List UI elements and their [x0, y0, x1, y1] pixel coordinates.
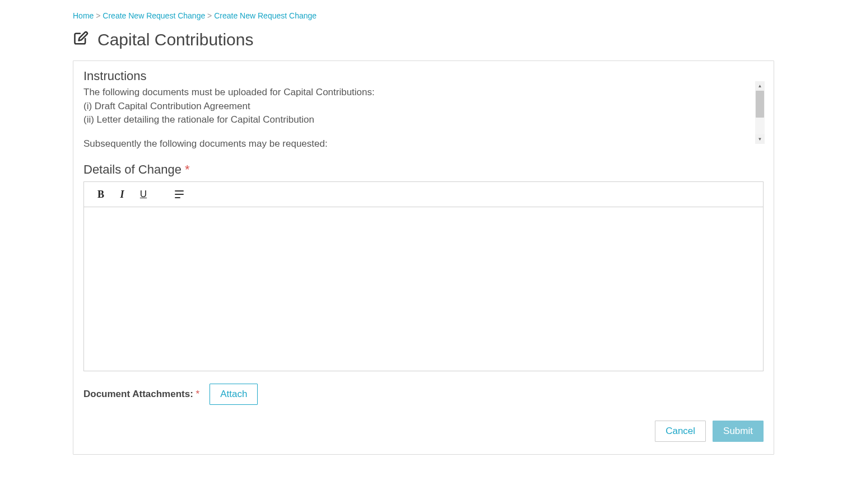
details-of-change-label: Details of Change * [83, 162, 764, 177]
bold-button[interactable]: B [95, 189, 106, 200]
scroll-track[interactable] [755, 91, 765, 134]
breadcrumb-link-create-1[interactable]: Create New Request Change [103, 11, 205, 20]
rich-text-editor: B I U [83, 181, 764, 371]
breadcrumb-separator: > [96, 11, 103, 20]
details-of-change-input[interactable] [84, 207, 763, 371]
cancel-button[interactable]: Cancel [655, 421, 706, 442]
instructions-intro: The following documents must be uploaded… [83, 86, 747, 100]
instructions-heading: Instructions [83, 69, 764, 83]
instructions-followup: Subsequently the following documents may… [83, 137, 747, 151]
breadcrumb-link-home[interactable]: Home [73, 11, 94, 20]
edit-square-icon [73, 31, 89, 49]
breadcrumb-link-create-2[interactable]: Create New Request Change [214, 11, 317, 20]
instructions-item-2: (ii) Letter detailing the rationale for … [83, 113, 747, 127]
required-asterisk: * [196, 389, 200, 399]
breadcrumb: Home > Create New Request Change > Creat… [73, 11, 774, 20]
italic-button[interactable]: I [117, 189, 128, 200]
breadcrumb-separator: > [207, 11, 214, 20]
attach-button[interactable]: Attach [210, 384, 258, 405]
align-button[interactable] [175, 189, 186, 200]
page-title: Capital Contributions [97, 30, 253, 49]
scroll-up-icon[interactable]: ▲ [755, 81, 765, 91]
submit-button[interactable]: Submit [713, 421, 764, 442]
scroll-thumb[interactable] [756, 91, 764, 118]
underline-button[interactable]: U [138, 189, 149, 200]
editor-toolbar: B I U [84, 182, 763, 207]
instructions-scrollpane[interactable]: The following documents must be uploaded… [83, 86, 764, 156]
form-panel: Instructions The following documents mus… [73, 60, 774, 455]
instructions-item-1: (i) Draft Capital Contribution Agreement [83, 100, 747, 114]
required-asterisk: * [185, 162, 190, 176]
instructions-scrollbar[interactable]: ▲ ▼ [755, 81, 765, 144]
attachments-label: Document Attachments: * [83, 389, 199, 400]
scroll-down-icon[interactable]: ▼ [755, 134, 765, 144]
